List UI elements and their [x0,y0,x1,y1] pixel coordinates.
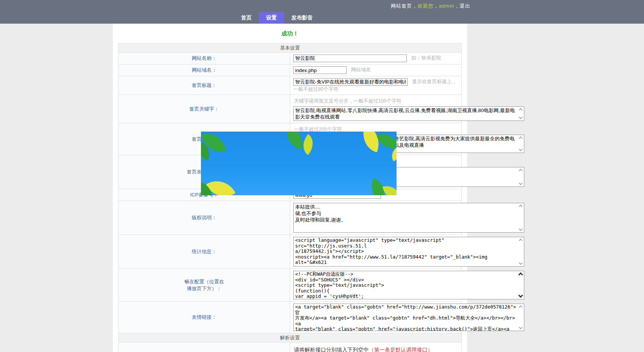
home-title-input[interactable] [293,78,408,86]
logout-link[interactable]: 退出 [459,3,470,9]
section-title-parse: 解析设置 [119,333,462,342]
changyan-field: <!--PC和WAP自适应版--> <div id="SOHUCS" ></di… [293,271,524,299]
copyright-field: 本站提供.... 储,也不参与 及时处理和回复,谢谢。 [293,203,524,233]
table-row: 请将解析接口分别填入下列空中（第一条是默认调用接口） [119,342,462,352]
copyright-label: 版权说明： [119,201,290,235]
table-row: 版权说明： 本站提供.... 储,也不参与 及时处理和回复,谢谢。 [119,201,462,235]
table-row: 友情链接： <a target="blank" class="gobtn" hr… [119,302,462,333]
home-title-label: 首页标题： [119,76,290,95]
main-nav: 首页 设置 发布影音 [234,12,320,24]
parse-instruction: 请将解析接口分别填入下列空中（第一条是默认调用接口） [293,344,458,352]
overlay-ad-image[interactable] [201,132,397,195]
tab-publish[interactable]: 发布影音 [284,12,320,24]
leaf-decoration [284,132,305,149]
table-row: 解析设置 [119,333,462,342]
success-message: 成功！ [113,24,467,43]
friend-links-textarea[interactable]: <a target="blank" class="gobtn" href="ht… [294,304,524,331]
home-keywords-label: 首页关键字： [119,95,290,123]
welcome-text: 欢迎您 [418,3,434,9]
table-row: 网站域名： 网站域名 [119,64,462,76]
separator: ， [454,3,459,9]
changyan-label-line2: 播放页下方）： [187,286,222,291]
topbar-user-area: 网站首页，欢迎您，admin，退出 [391,3,470,10]
friend-links-label: 友情链接： [119,302,290,333]
separator: ， [412,3,418,9]
tab-settings[interactable]: 设置 [259,12,284,24]
section-title-basic: 基本设置 [119,43,462,53]
table-row: 首页标题： 显示在首页标题上，一般不超过80个字符 [119,76,462,95]
copyright-textarea[interactable]: 本站提供.... 储,也不参与 及时处理和回复,谢谢。 [294,203,524,232]
parse-empty-label [119,342,290,352]
separator: ， [434,3,439,9]
username-text: admin [439,3,454,9]
site-domain-label: 网站域名： [119,64,290,76]
home-keywords-hint: 关键字请用英文逗号分开，一般不超过100个字符 [294,98,458,104]
friend-links-field: <a target="blank" class="gobtn" href="ht… [293,304,524,331]
parse-instruction-note: （第一条是默认调用接口） [369,347,433,352]
site-domain-input[interactable] [293,66,347,74]
leaf-decoration [388,146,397,161]
top-header-bar: 网站首页，欢迎您，admin，退出 首页 设置 发布影音 [0,0,644,24]
table-row: 基本设置 [119,43,462,53]
table-row: 畅言配置（位置在 播放页下方）： <!--PC和WAP自适应版--> <div … [119,269,462,302]
tab-home[interactable]: 首页 [234,12,259,24]
stats-textarea[interactable]: <script language="javascript" type="text… [294,237,524,266]
stats-field: <script language="javascript" type="text… [293,237,524,267]
site-domain-hint: 网站域名 [351,67,371,72]
table-row: 统计信息： <script language="javascript" type… [119,235,462,269]
home-keywords-textarea[interactable]: 智云影院,电视直播网站,零八影院快播,高清云影视,云点播,免费看视频,湖南卫视直… [294,107,524,121]
changyan-textarea[interactable]: <!--PC和WAP自适应版--> <div id="SOHUCS" ></di… [294,271,524,299]
stats-label: 统计信息： [119,235,290,269]
changyan-label: 畅言配置（位置在 播放页下方）： [119,269,290,302]
changyan-label-line1: 畅言配置（位置在 [185,279,224,284]
table-row: 网站名称： 如：智卓影院 [119,53,462,64]
site-name-hint: 如：智卓影院 [411,55,441,61]
leaf-decoration [382,183,397,195]
site-name-input[interactable] [293,55,407,62]
site-home-link[interactable]: 网站首页 [391,3,412,9]
home-keywords-field: 智云影院,电视直播网站,零八影院快播,高清云影视,云点播,免费看视频,湖南卫视直… [293,106,524,121]
site-name-label: 网站名称： [119,53,290,64]
parse-instruction-text: 请将解析接口分别填入下列空中 [294,347,369,352]
basic-settings-table: 基本设置 网站名称： 如：智卓影院 网站域名： 网站域名 首页标题： 显示在首页… [118,43,462,352]
table-row: 首页关键字： 关键字请用英文逗号分开，一般不超过100个字符 智云影院,电视直播… [119,95,462,123]
